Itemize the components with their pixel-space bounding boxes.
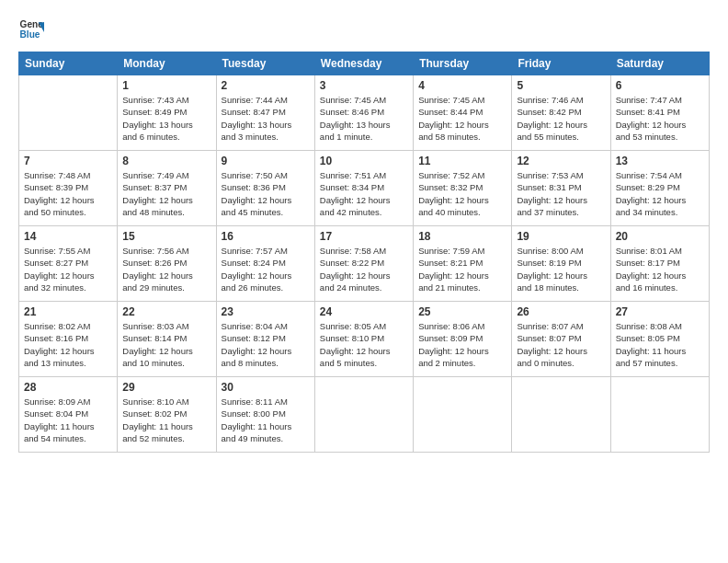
day-number: 16 [222, 230, 310, 243]
day-number: 18 [418, 230, 506, 243]
day-info: Sunrise: 7:46 AMSunset: 8:42 PMDaylight:… [517, 94, 605, 143]
day-info: Sunrise: 8:11 AMSunset: 8:00 PMDaylight:… [222, 396, 310, 444]
day-info: Sunrise: 8:06 AMSunset: 8:09 PMDaylight:… [418, 320, 506, 369]
calendar-table: SundayMondayTuesdayWednesdayThursdayFrid… [18, 52, 710, 453]
calendar-cell: 23Sunrise: 8:04 AMSunset: 8:12 PMDayligh… [216, 302, 314, 377]
day-info: Sunrise: 8:10 AMSunset: 8:02 PMDaylight:… [122, 396, 210, 444]
calendar-cell: 17Sunrise: 7:58 AMSunset: 8:22 PMDayligh… [314, 226, 413, 302]
calendar-cell: 4Sunrise: 7:45 AMSunset: 8:44 PMDaylight… [414, 75, 512, 151]
day-number: 15 [122, 230, 210, 243]
day-number: 13 [616, 155, 704, 167]
week-row-3: 14Sunrise: 7:55 AMSunset: 8:27 PMDayligh… [19, 226, 710, 302]
day-number: 22 [122, 305, 210, 318]
calendar-cell: 28Sunrise: 8:09 AMSunset: 8:04 PMDayligh… [19, 377, 118, 453]
calendar-cell: 19Sunrise: 8:00 AMSunset: 8:19 PMDayligh… [512, 226, 610, 302]
day-info: Sunrise: 7:57 AMSunset: 8:24 PMDaylight:… [222, 245, 310, 293]
calendar-cell: 18Sunrise: 7:59 AMSunset: 8:21 PMDayligh… [414, 226, 512, 302]
day-number: 7 [24, 155, 112, 167]
calendar-cell: 5Sunrise: 7:46 AMSunset: 8:42 PMDaylight… [512, 75, 610, 151]
header: General Blue [18, 17, 710, 42]
day-info: Sunrise: 7:55 AMSunset: 8:27 PMDaylight:… [24, 245, 112, 293]
calendar-cell: 20Sunrise: 8:01 AMSunset: 8:17 PMDayligh… [610, 226, 709, 302]
calendar-cell: 13Sunrise: 7:54 AMSunset: 8:29 PMDayligh… [610, 151, 709, 226]
col-header-monday: Monday [118, 52, 216, 75]
day-info: Sunrise: 7:56 AMSunset: 8:26 PMDaylight:… [122, 245, 210, 293]
day-info: Sunrise: 7:50 AMSunset: 8:36 PMDaylight:… [222, 169, 310, 218]
week-row-4: 21Sunrise: 8:02 AMSunset: 8:16 PMDayligh… [19, 302, 710, 377]
day-info: Sunrise: 7:45 AMSunset: 8:46 PMDaylight:… [320, 94, 408, 143]
day-info: Sunrise: 7:43 AMSunset: 8:49 PMDaylight:… [122, 94, 210, 143]
day-info: Sunrise: 7:53 AMSunset: 8:31 PMDaylight:… [517, 169, 605, 218]
day-number: 14 [24, 230, 112, 243]
day-number: 17 [320, 230, 408, 243]
week-row-2: 7Sunrise: 7:48 AMSunset: 8:39 PMDaylight… [19, 151, 710, 226]
day-number: 2 [222, 79, 310, 92]
day-number: 25 [418, 305, 506, 318]
day-info: Sunrise: 8:09 AMSunset: 8:04 PMDaylight:… [24, 396, 112, 444]
calendar-cell [512, 377, 610, 453]
day-number: 10 [320, 155, 408, 167]
col-header-saturday: Saturday [610, 52, 709, 75]
calendar-cell: 2Sunrise: 7:44 AMSunset: 8:47 PMDaylight… [216, 75, 314, 151]
day-number: 27 [616, 305, 704, 318]
calendar-header-row: SundayMondayTuesdayWednesdayThursdayFrid… [19, 52, 710, 75]
calendar-cell: 22Sunrise: 8:03 AMSunset: 8:14 PMDayligh… [118, 302, 216, 377]
day-info: Sunrise: 7:45 AMSunset: 8:44 PMDaylight:… [418, 94, 506, 143]
day-info: Sunrise: 7:54 AMSunset: 8:29 PMDaylight:… [616, 169, 704, 218]
day-info: Sunrise: 8:03 AMSunset: 8:14 PMDaylight:… [122, 320, 210, 369]
calendar-cell: 8Sunrise: 7:49 AMSunset: 8:37 PMDaylight… [118, 151, 216, 226]
calendar-cell: 12Sunrise: 7:53 AMSunset: 8:31 PMDayligh… [512, 151, 610, 226]
day-info: Sunrise: 7:59 AMSunset: 8:21 PMDaylight:… [418, 245, 506, 293]
day-number: 30 [222, 381, 310, 394]
day-info: Sunrise: 8:00 AMSunset: 8:19 PMDaylight:… [517, 245, 605, 293]
col-header-friday: Friday [512, 52, 610, 75]
day-info: Sunrise: 7:52 AMSunset: 8:32 PMDaylight:… [418, 169, 506, 218]
day-number: 20 [616, 230, 704, 243]
day-number: 3 [320, 79, 408, 92]
day-info: Sunrise: 7:48 AMSunset: 8:39 PMDaylight:… [24, 169, 112, 218]
logo-icon: General Blue [18, 17, 44, 42]
day-number: 19 [517, 230, 605, 243]
day-info: Sunrise: 8:04 AMSunset: 8:12 PMDaylight:… [222, 320, 310, 369]
week-row-5: 28Sunrise: 8:09 AMSunset: 8:04 PMDayligh… [19, 377, 710, 453]
day-number: 4 [418, 79, 506, 92]
calendar-cell: 29Sunrise: 8:10 AMSunset: 8:02 PMDayligh… [118, 377, 216, 453]
day-number: 26 [517, 305, 605, 318]
logo: General Blue [18, 17, 48, 42]
day-number: 21 [24, 305, 112, 318]
day-number: 8 [122, 155, 210, 167]
day-info: Sunrise: 7:44 AMSunset: 8:47 PMDaylight:… [222, 94, 310, 143]
day-info: Sunrise: 8:02 AMSunset: 8:16 PMDaylight:… [24, 320, 112, 369]
day-info: Sunrise: 8:08 AMSunset: 8:05 PMDaylight:… [616, 320, 704, 369]
day-number: 9 [222, 155, 310, 167]
day-number: 11 [418, 155, 506, 167]
day-info: Sunrise: 8:01 AMSunset: 8:17 PMDaylight:… [616, 245, 704, 293]
day-number: 12 [517, 155, 605, 167]
day-info: Sunrise: 7:49 AMSunset: 8:37 PMDaylight:… [122, 169, 210, 218]
day-number: 6 [616, 79, 704, 92]
calendar-cell [610, 377, 709, 453]
col-header-thursday: Thursday [414, 52, 512, 75]
day-number: 29 [122, 381, 210, 394]
day-number: 23 [222, 305, 310, 318]
day-info: Sunrise: 8:07 AMSunset: 8:07 PMDaylight:… [517, 320, 605, 369]
calendar-cell [414, 377, 512, 453]
calendar-cell: 27Sunrise: 8:08 AMSunset: 8:05 PMDayligh… [610, 302, 709, 377]
calendar-cell: 6Sunrise: 7:47 AMSunset: 8:41 PMDaylight… [610, 75, 709, 151]
day-info: Sunrise: 7:58 AMSunset: 8:22 PMDaylight:… [320, 245, 408, 293]
calendar-cell [314, 377, 413, 453]
day-info: Sunrise: 7:51 AMSunset: 8:34 PMDaylight:… [320, 169, 408, 218]
calendar-cell [19, 75, 118, 151]
calendar-cell: 30Sunrise: 8:11 AMSunset: 8:00 PMDayligh… [216, 377, 314, 453]
calendar-cell: 7Sunrise: 7:48 AMSunset: 8:39 PMDaylight… [19, 151, 118, 226]
calendar-cell: 9Sunrise: 7:50 AMSunset: 8:36 PMDaylight… [216, 151, 314, 226]
calendar-cell: 24Sunrise: 8:05 AMSunset: 8:10 PMDayligh… [314, 302, 413, 377]
day-number: 5 [517, 79, 605, 92]
calendar-cell: 14Sunrise: 7:55 AMSunset: 8:27 PMDayligh… [19, 226, 118, 302]
calendar-cell: 26Sunrise: 8:07 AMSunset: 8:07 PMDayligh… [512, 302, 610, 377]
calendar-cell: 1Sunrise: 7:43 AMSunset: 8:49 PMDaylight… [118, 75, 216, 151]
col-header-tuesday: Tuesday [216, 52, 314, 75]
calendar-cell: 15Sunrise: 7:56 AMSunset: 8:26 PMDayligh… [118, 226, 216, 302]
week-row-1: 1Sunrise: 7:43 AMSunset: 8:49 PMDaylight… [19, 75, 710, 151]
page: General Blue SundayMondayTuesdayWednesda… [0, 0, 728, 563]
